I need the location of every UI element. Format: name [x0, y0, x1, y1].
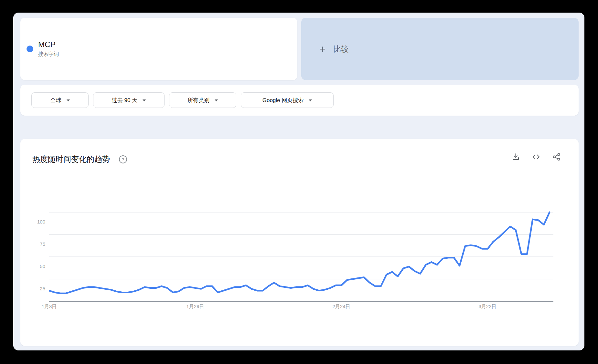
region-filter-dropdown[interactable]: 全球	[31, 92, 89, 108]
help-icon[interactable]: ?	[119, 155, 127, 164]
x-axis-tick-mar22: 3月22日	[478, 304, 496, 310]
search-type-filter-label: Google 网页搜索	[262, 97, 304, 104]
category-filter-label: 所有类别	[187, 97, 209, 104]
filter-bar: 全球 过去 90 天 所有类别 Google 网页搜索	[20, 85, 579, 116]
search-type-filter-dropdown[interactable]: Google 网页搜索	[241, 92, 334, 108]
svg-text:?: ?	[122, 157, 124, 162]
search-term-type: 搜索字词	[38, 51, 59, 58]
embed-code-icon[interactable]	[532, 152, 540, 161]
y-axis-tick-50: 50	[27, 263, 45, 270]
chevron-down-icon	[215, 99, 218, 101]
gridlines	[49, 212, 553, 301]
search-term-label: MCP	[38, 40, 59, 49]
trend-line-chart[interactable]	[49, 207, 553, 310]
add-comparison-card[interactable]: + 比较	[301, 18, 579, 80]
download-icon[interactable]	[511, 152, 520, 161]
x-axis-tick-jan29: 1月29日	[186, 304, 204, 310]
trends-explore-page: MCP 搜索字词 + 比较 全球 过去 90 天 所有类别	[13, 13, 584, 350]
chevron-down-icon	[67, 99, 70, 101]
trend-line	[49, 212, 550, 293]
y-axis-tick-75: 75	[27, 241, 45, 247]
plus-icon: +	[319, 44, 326, 54]
chart-title: 热度随时间变化的趋势	[32, 154, 110, 164]
region-filter-label: 全球	[50, 97, 61, 104]
chevron-down-icon	[143, 99, 146, 101]
x-axis-tick-feb24: 2月24日	[332, 304, 350, 310]
time-range-filter-dropdown[interactable]: 过去 90 天	[93, 92, 165, 108]
series-color-dot	[27, 46, 33, 52]
chevron-down-icon	[309, 99, 312, 101]
time-range-filter-label: 过去 90 天	[112, 97, 137, 104]
interest-over-time-card: 热度随时间变化的趋势 ? 100	[20, 139, 579, 346]
category-filter-dropdown[interactable]: 所有类别	[169, 92, 236, 108]
y-axis-tick-25: 25	[27, 286, 45, 292]
search-term-card: MCP 搜索字词	[20, 18, 297, 80]
share-icon[interactable]	[552, 152, 561, 161]
compare-label: 比较	[333, 44, 349, 54]
y-axis-tick-100: 100	[27, 219, 45, 225]
x-axis-tick-jan3: 1月3日	[42, 304, 57, 310]
